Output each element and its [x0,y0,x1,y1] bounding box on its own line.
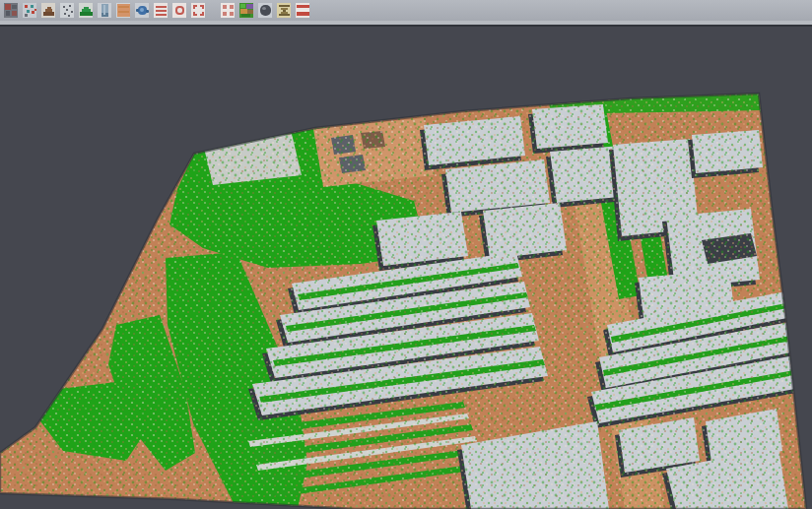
hourglass-icon[interactable] [275,2,293,20]
toolbar-icon-group [1,2,312,20]
colored-points-icon[interactable] [21,2,38,20]
toolbar [0,0,812,21]
red-grid-icon[interactable] [219,2,237,20]
classified-map-icon[interactable] [237,2,255,20]
viewport-3d-scene[interactable] [0,0,812,509]
dark-sphere-icon[interactable] [256,2,274,20]
blue-column-icon[interactable] [96,2,113,20]
sparse-points-icon[interactable] [58,2,76,20]
red-ring-icon[interactable] [170,2,188,20]
terrain-hill-icon[interactable] [39,2,57,20]
orange-swatch-icon[interactable] [114,2,132,20]
blue-globe-icon[interactable] [133,2,151,20]
striped-flag-icon[interactable] [294,2,311,20]
red-list-icon[interactable] [152,2,169,20]
dark-swatch-icon[interactable] [2,2,20,20]
green-hill-icon[interactable] [77,2,95,20]
toolbar-divider [0,25,812,27]
red-selection-icon[interactable] [189,2,207,20]
